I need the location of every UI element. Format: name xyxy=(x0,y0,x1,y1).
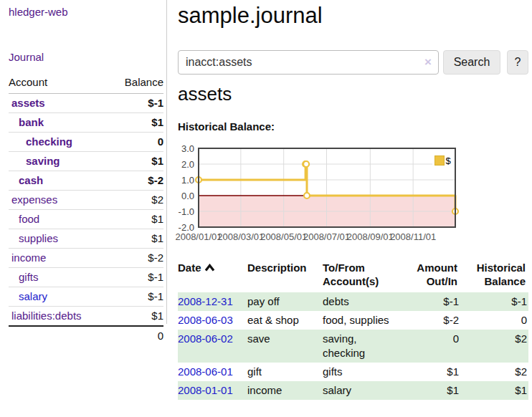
register-table-body: 2008-12-31pay offdebts$-1$-12008-06-03ea… xyxy=(178,292,528,400)
sidebar-account-link-bank[interactable]: bank xyxy=(19,116,44,128)
sidebar-account-link-saving[interactable]: saving xyxy=(26,155,60,167)
register-row: 2008-12-31pay offdebts$-1$-1 xyxy=(178,292,528,311)
clear-search-icon[interactable]: × xyxy=(424,56,432,68)
account-row: gifts$-1 xyxy=(9,268,163,287)
transaction-amount: $1 xyxy=(400,363,460,381)
account-row: saving$1 xyxy=(9,152,163,171)
date-header-label: Date xyxy=(178,262,201,274)
sidebar-account-link-salary[interactable]: salary xyxy=(19,290,47,302)
sidebar-account-link-liabilities-debts[interactable]: liabilities:debts xyxy=(11,310,82,322)
account-heading: assets xyxy=(178,80,232,107)
sidebar-account-link-checking[interactable]: checking xyxy=(26,135,72,148)
transaction-accounts: salary xyxy=(323,381,400,400)
chart-legend-label: $ xyxy=(446,155,452,166)
account-balance: $-2 xyxy=(86,171,163,191)
account-row: supplies$1 xyxy=(9,229,163,249)
sidebar-account-link-expenses[interactable]: expenses xyxy=(11,193,57,206)
y-axis-tick-label: 2.0 xyxy=(181,159,194,170)
help-button[interactable]: ? xyxy=(507,50,528,75)
page-title: sample.journal xyxy=(178,0,323,32)
x-axis-tick-label: 2008/05/01 xyxy=(260,231,307,242)
x-axis-tick-label: 2008/07/01 xyxy=(303,231,350,242)
historical-balance-chart: $3.02.01.00.0-1.0-2.02008/01/012008/03/0… xyxy=(170,143,461,247)
x-axis-tick-label: 2008/11/01 xyxy=(390,231,436,242)
transaction-balance: $2 xyxy=(460,363,528,381)
chart-data-point xyxy=(304,193,310,198)
accounts-table-body: assets$-1bank$1checking0saving$1cash$-2e… xyxy=(9,94,163,327)
transaction-amount: $1 xyxy=(400,381,460,400)
transaction-amount: $-1 xyxy=(400,292,460,311)
search-button[interactable]: Search xyxy=(443,50,500,75)
transaction-date-link[interactable]: 2008-06-03 xyxy=(178,314,233,326)
x-axis-tick-label: 2008/09/01 xyxy=(347,231,394,242)
register-column-header-date[interactable]: Date xyxy=(178,259,247,292)
sidebar-account-link-gifts[interactable]: gifts xyxy=(19,271,39,283)
chart-title: Historical Balance: xyxy=(178,120,275,133)
y-axis-tick-label: 0.0 xyxy=(181,191,194,201)
transaction-accounts: debts xyxy=(323,292,400,311)
accounts-header-line1: To/From xyxy=(323,262,365,274)
account-row: bank$1 xyxy=(9,113,163,133)
app-container: hledger-web Journal Account Balance asse… xyxy=(0,0,532,417)
register-header-row: Date Description To/From Account(s) Amou… xyxy=(178,259,528,292)
account-balance: $-2 xyxy=(86,249,163,268)
account-balance: $-1 xyxy=(86,94,163,113)
register-column-header-accounts: To/From Account(s) xyxy=(323,259,400,292)
account-balance: $1 xyxy=(86,113,163,133)
account-row: expenses$2 xyxy=(9,191,163,210)
account-balance: $1 xyxy=(86,152,163,171)
transaction-amount: $-2 xyxy=(400,311,460,330)
search-input[interactable] xyxy=(178,50,439,75)
register-column-header-balance: Historical Balance xyxy=(460,259,528,292)
sidebar: hledger-web Journal Account Balance asse… xyxy=(0,0,167,324)
transaction-description: save xyxy=(247,330,323,363)
sidebar-account-link-assets[interactable]: assets xyxy=(11,97,45,109)
accounts-column-header-account: Account xyxy=(9,75,86,94)
sidebar-account-link-food[interactable]: food xyxy=(19,213,39,225)
sidebar-account-link-supplies[interactable]: supplies xyxy=(19,232,58,244)
accounts-total-balance: 0 xyxy=(86,326,163,345)
transaction-date-link[interactable]: 2008-06-02 xyxy=(178,332,233,345)
account-row: food$1 xyxy=(9,210,163,229)
transaction-description: income xyxy=(247,381,323,400)
amount-header-line1: Amount xyxy=(417,262,457,274)
transaction-date-link[interactable]: 2008-06-01 xyxy=(178,365,233,378)
transaction-balance: $-1 xyxy=(460,292,528,311)
sidebar-item-journal[interactable]: Journal xyxy=(9,51,166,63)
account-balance: $1 xyxy=(86,229,163,249)
account-balance: $-1 xyxy=(86,287,163,307)
register-row: 2008-06-01giftgifts$1$2 xyxy=(178,363,528,381)
sort-ascending-icon xyxy=(204,261,215,274)
x-axis-tick-label: 2008/03/01 xyxy=(217,231,264,242)
transaction-accounts: food, supplies xyxy=(323,311,400,330)
main-content: sample.journal × Search ? assets Histori… xyxy=(178,0,532,417)
balance-header-line1: Historical xyxy=(477,262,526,274)
account-balance: $2 xyxy=(86,191,163,210)
accounts-header-row: Account Balance xyxy=(9,75,163,94)
brand-link[interactable]: hledger-web xyxy=(9,6,166,18)
account-row: assets$-1 xyxy=(9,94,163,113)
register-row: 2008-06-02savesaving, checking0$2 xyxy=(178,330,528,363)
transaction-balance: 0 xyxy=(460,311,528,330)
register-row: 2008-06-03eat & shopfood, supplies$-20 xyxy=(178,311,528,330)
transaction-description: pay off xyxy=(247,292,323,311)
accounts-table: Account Balance assets$-1bank$1checking0… xyxy=(9,75,163,345)
accounts-column-header-balance: Balance xyxy=(86,75,163,94)
y-axis-tick-label: -1.0 xyxy=(179,206,194,217)
account-row: salary$-1 xyxy=(9,287,163,307)
y-axis-tick-label: 1.0 xyxy=(181,175,194,186)
accounts-total-row: 0 xyxy=(9,326,163,345)
chart-legend-swatch xyxy=(435,156,445,166)
transaction-date-link[interactable]: 2008-01-01 xyxy=(178,384,233,396)
transaction-amount: 0 xyxy=(400,330,460,363)
transaction-accounts: saving, checking xyxy=(323,330,400,363)
amount-header-line2: Out/In xyxy=(427,275,457,287)
accounts-total-spacer xyxy=(9,326,86,345)
chart-data-point xyxy=(303,161,309,167)
transaction-date-link[interactable]: 2008-12-31 xyxy=(178,295,233,307)
account-balance: 0 xyxy=(86,133,163,152)
account-row: income$-2 xyxy=(9,249,163,268)
sidebar-account-link-cash[interactable]: cash xyxy=(19,174,43,186)
sidebar-account-link-income[interactable]: income xyxy=(11,251,46,264)
account-row: checking0 xyxy=(9,133,163,152)
